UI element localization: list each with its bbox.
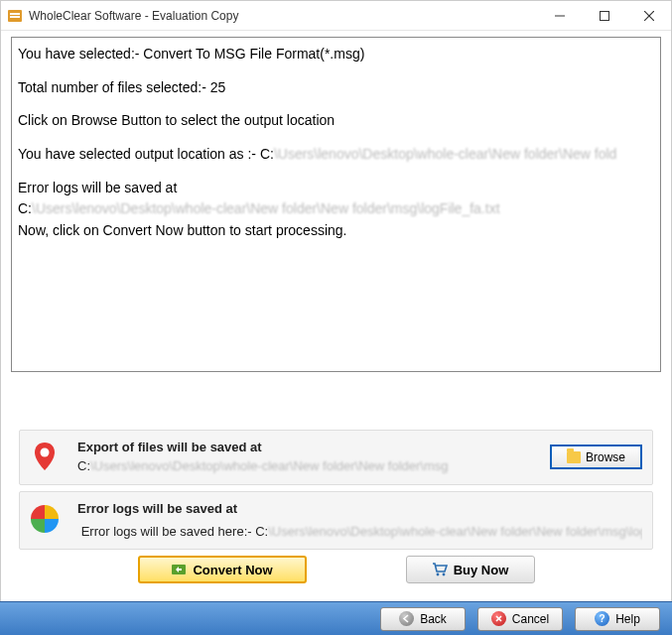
svg-point-9 — [436, 573, 439, 576]
minimize-button[interactable] — [537, 1, 582, 30]
lower-panel: Export of files will be saved at C:\User… — [11, 430, 661, 591]
log-line: You have selected output location as :- … — [18, 144, 654, 166]
window-title: WholeClear Software - Evaluation Copy — [29, 9, 537, 23]
action-bar: Convert Now Buy Now — [11, 556, 661, 591]
cancel-button[interactable]: Cancel — [477, 607, 563, 631]
pie-chart-icon — [28, 502, 62, 536]
close-button[interactable] — [626, 1, 671, 30]
svg-point-10 — [442, 573, 445, 576]
log-line: C:\Users\lenovo\Desktop\whole-clear\New … — [18, 198, 654, 220]
maximize-button[interactable] — [582, 1, 626, 30]
app-icon — [7, 8, 23, 24]
error-log-row: Error logs will be saved at Error logs w… — [19, 491, 653, 551]
back-button[interactable]: Back — [380, 607, 466, 631]
log-line: Error logs will be saved at — [18, 178, 654, 199]
titlebar: WholeClear Software - Evaluation Copy — [1, 1, 671, 31]
log-line: You have selected:- Convert To MSG File … — [18, 44, 654, 65]
cart-icon — [432, 563, 448, 576]
svg-rect-1 — [10, 13, 20, 15]
svg-point-7 — [41, 448, 50, 457]
svg-rect-2 — [10, 16, 20, 18]
log-area: You have selected:- Convert To MSG File … — [11, 37, 661, 372]
export-location-text: Export of files will be saved at C:\User… — [77, 439, 540, 476]
browse-button[interactable]: Browse — [550, 444, 642, 469]
export-location-row: Export of files will be saved at C:\User… — [19, 430, 653, 485]
back-arrow-icon — [399, 611, 414, 626]
log-line: Click on Browse Button to select the out… — [18, 110, 654, 132]
cancel-icon — [491, 611, 506, 626]
help-button[interactable]: ? Help — [575, 607, 660, 631]
error-log-text: Error logs will be saved at Error logs w… — [77, 500, 642, 542]
convert-icon — [171, 563, 187, 576]
convert-now-button[interactable]: Convert Now — [138, 556, 307, 583]
log-line: Total number of files selected:- 25 — [18, 77, 654, 99]
folder-icon — [567, 451, 581, 463]
content-area: You have selected:- Convert To MSG File … — [1, 31, 671, 591]
help-icon: ? — [595, 611, 609, 626]
svg-rect-4 — [600, 11, 608, 20]
buy-now-button[interactable]: Buy Now — [406, 556, 535, 583]
window-controls — [537, 1, 671, 30]
location-pin-icon — [28, 441, 62, 474]
footer-bar: Back Cancel ? Help — [0, 601, 672, 635]
log-line: Now, click on Convert Now button to star… — [18, 220, 654, 242]
